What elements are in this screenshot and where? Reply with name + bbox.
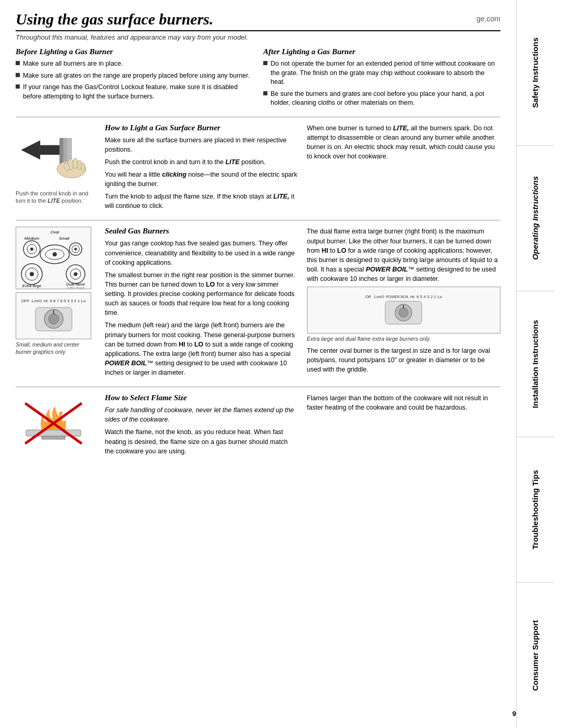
bullet-icon [16, 84, 20, 89]
sealed-left: Sealed Gas Burners Your gas range cookto… [105, 227, 299, 380]
bullet-icon [16, 73, 20, 77]
sidebar-label-safety: Safety Instructions [529, 33, 542, 112]
sealed-section: Oval Medium Small [16, 227, 500, 380]
page-title: Using the gas surface burners. [16, 10, 213, 28]
section-divider-3 [16, 387, 500, 387]
flame-section: How to Select Flame Size For safe handli… [16, 393, 500, 459]
svg-point-24 [30, 272, 34, 276]
svg-point-6 [73, 158, 78, 168]
page-number: 9 [512, 710, 516, 718]
after-column: After Lighting a Gas Burner Do not opera… [263, 47, 500, 110]
right-burner-diagram: Off Lmt⊙ POWER BOIL Hi: 6 5 4 3 2 1 Lo [307, 287, 501, 334]
sidebar-label-consumer: Consumer Support [529, 616, 542, 695]
svg-rect-39 [26, 430, 81, 436]
before-column: Before Lighting a Gas Burner Make sure a… [16, 47, 253, 110]
knob-dial-svg [33, 305, 75, 334]
how-to-image-col: Push the control knob in and turn it to … [16, 124, 96, 214]
burner-layout-svg: Oval Medium Small [17, 228, 90, 288]
svg-text:extra large: extra large [66, 286, 84, 288]
right-sidebar: Safety Instructions Operating Instructio… [516, 0, 554, 728]
svg-text:Small: Small [58, 236, 69, 241]
knob-caption: Push the control knob in and turn it to … [16, 190, 96, 205]
section-divider-2 [16, 220, 500, 220]
flame-right-para: Flames larger than the bottom of the coo… [307, 393, 501, 412]
bullet-icon [263, 61, 267, 65]
sidebar-label-troubleshooting: Troubleshooting Tips [529, 466, 542, 553]
subtitle: Throughout this manual, features and app… [16, 33, 500, 41]
how-to-content: How to Light a Gas Surface Burner Make s… [105, 124, 500, 214]
svg-point-21 [74, 248, 77, 250]
how-to-para-3: You will hear a little clicking noise—th… [105, 170, 299, 189]
how-to-right: When one burner is turned to LITE, all t… [307, 124, 501, 214]
page-header: Using the gas surface burners. ge.com [16, 10, 500, 31]
svg-rect-40 [42, 436, 65, 439]
sealed-content: Sealed Gas Burners Your gas range cookto… [105, 227, 500, 380]
sealed-para-2: The smallest burner in the right rear po… [105, 270, 299, 318]
sealed-para-3: The medium (left rear) and the large (le… [105, 320, 299, 377]
after-bullet-2: Be sure the burners and grates are cool … [263, 90, 500, 108]
knob-illustration [16, 124, 91, 186]
sidebar-section-installation: Installation Instructions [517, 291, 554, 437]
section-divider [16, 117, 500, 117]
sealed-para-1: Your gas range cooktop has five sealed g… [105, 239, 299, 267]
bullet-icon [16, 61, 20, 65]
how-to-heading: How to Light a Gas Surface Burner [105, 124, 299, 132]
burner-diagrams: Oval Medium Small [16, 227, 96, 380]
sidebar-section-troubleshooting: Troubleshooting Tips [517, 437, 554, 583]
flame-illustration [16, 393, 91, 453]
how-to-para-4: Turn the knob to adjust the flame size. … [105, 192, 299, 211]
burner-bottom-diagram: OFF Lmt⊙ Hi: 9 8 7 6 5 4 3 2 1 Lo [16, 292, 91, 339]
flame-heading: How to Select Flame Size [105, 393, 299, 402]
sealed-heading: Sealed Gas Burners [105, 227, 299, 236]
svg-point-18 [30, 248, 33, 251]
flame-left: How to Select Flame Size For safe handli… [105, 393, 299, 459]
sidebar-section-operating: Operating Instructions [517, 146, 554, 292]
after-bullet-1: Do not operate the burner for an extende… [263, 59, 500, 87]
bullet-icon [263, 91, 267, 95]
how-to-section: Push the control knob in and turn it to … [16, 124, 500, 214]
svg-point-15 [53, 252, 57, 256]
flame-content: How to Select Flame Size For safe handli… [105, 393, 500, 459]
before-bullet-1: Make sure all burners are in place. [16, 59, 253, 69]
svg-point-27 [74, 272, 77, 276]
svg-text:Medium: Medium [24, 236, 39, 241]
svg-point-33 [48, 314, 59, 324]
svg-marker-0 [21, 140, 62, 159]
sidebar-label-installation: Installation Instructions [529, 316, 542, 412]
how-to-right-para: When one burner is turned to LITE, all t… [307, 124, 501, 162]
flame-right: Flames larger than the bottom of the coo… [307, 393, 501, 459]
how-to-left: How to Light a Gas Surface Burner Make s… [105, 124, 299, 214]
sidebar-section-safety: Safety Instructions [517, 0, 554, 146]
burner-bottom-caption: Small, medium and center burner graphics… [16, 341, 91, 355]
svg-text:Extra large: Extra large [22, 283, 41, 288]
brand-logo: ge.com [476, 15, 500, 23]
after-heading: After Lighting a Gas Burner [263, 47, 500, 56]
burner-top-diagram: Oval Medium Small [16, 227, 91, 289]
svg-text:Oval: Oval [50, 230, 59, 235]
flame-italic-para: For safe handling of cookware, never let… [105, 405, 299, 424]
before-bullet-3: If your range has the Gas/Control Lockou… [16, 83, 253, 101]
before-heading: Before Lighting a Gas Burner [16, 47, 253, 56]
sidebar-section-consumer: Consumer Support [517, 583, 554, 728]
sealed-right-para-1: The dual flame extra large burner (right… [307, 227, 501, 283]
right-knob-svg [383, 300, 424, 326]
before-bullet-2: Make sure all grates on the range are pr… [16, 71, 253, 81]
svg-point-37 [399, 308, 408, 317]
flame-image-col [16, 393, 96, 459]
how-to-para-2: Push the control knob in and turn it to … [105, 157, 299, 167]
sealed-right-para-2: The center oval burner is the largest in… [307, 346, 501, 374]
flame-para-1: Watch the flame, not the knob, as you re… [105, 427, 299, 455]
how-to-para-1: Make sure all the surface burners are pl… [105, 135, 299, 154]
svg-point-8 [81, 163, 85, 170]
before-after-row: Before Lighting a Gas Burner Make sure a… [16, 47, 500, 110]
right-diagram-caption: Extra large and dual flame extra large b… [307, 336, 501, 343]
sealed-right: The dual flame extra large burner (right… [307, 227, 501, 380]
sidebar-label-operating: Operating Instructions [529, 172, 542, 264]
